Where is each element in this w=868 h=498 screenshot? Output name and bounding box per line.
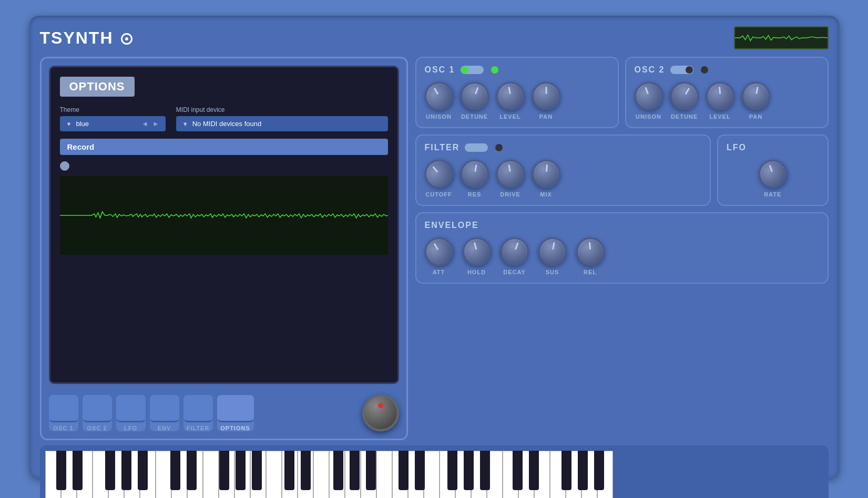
osc2-pan-knob[interactable] <box>739 80 772 113</box>
white-key[interactable] <box>266 451 282 498</box>
black-key[interactable] <box>366 451 376 490</box>
tab-filter[interactable]: FILTER <box>183 395 213 431</box>
mix-knob[interactable] <box>530 159 561 190</box>
osc1-toggle[interactable] <box>461 66 484 74</box>
black-key[interactable] <box>350 451 360 490</box>
drive-knob[interactable] <box>494 158 527 191</box>
right-panels: OSC 1 UNISON DETUNE <box>415 57 829 440</box>
tab-env[interactable]: ENV <box>150 395 179 431</box>
black-key[interactable] <box>415 451 425 490</box>
filter-toggle[interactable] <box>465 143 488 152</box>
master-knob[interactable] <box>362 395 399 431</box>
app-logo: TSYNTH <box>40 28 133 48</box>
res-knob[interactable] <box>458 158 491 191</box>
tab-osc1[interactable]: OSC 1 <box>49 395 78 431</box>
left-panel: OPTIONS Theme ▼ blue ◄ ► MIDI input devi… <box>40 57 408 440</box>
black-key[interactable] <box>56 451 66 490</box>
osc1-detune-knob[interactable] <box>456 78 493 114</box>
waveform-svg <box>735 27 828 48</box>
midi-value: No MIDI devices found <box>192 120 382 128</box>
options-row: Theme ▼ blue ◄ ► MIDI input device ▼ No … <box>60 106 388 131</box>
black-key[interactable] <box>480 451 490 490</box>
white-key[interactable] <box>424 451 440 498</box>
black-key[interactable] <box>73 451 83 490</box>
black-key[interactable] <box>252 451 262 490</box>
nav-right[interactable]: ► <box>152 120 159 128</box>
record-label: Record <box>67 142 95 151</box>
osc2-level-label: LEVEL <box>709 113 730 120</box>
filter-panel: FILTER CUTOFF RES <box>415 134 711 206</box>
black-key[interactable] <box>594 451 604 490</box>
osc2-level-knob[interactable] <box>704 81 736 112</box>
hold-knob[interactable] <box>459 234 494 269</box>
osc1-detune-label: DETUNE <box>461 113 488 120</box>
cutoff-knob[interactable] <box>418 154 458 194</box>
black-key[interactable] <box>138 451 148 490</box>
black-key[interactable] <box>464 451 474 490</box>
osc2-toggle[interactable] <box>670 66 693 74</box>
record-bar[interactable]: Record <box>60 139 388 155</box>
theme-select[interactable]: ▼ blue ◄ ► <box>60 116 166 131</box>
black-key[interactable] <box>187 451 197 490</box>
att-knob[interactable] <box>420 232 458 271</box>
black-key[interactable] <box>284 451 294 490</box>
tab-osc1-label: OSC 1 <box>53 425 73 431</box>
black-key[interactable] <box>447 451 457 490</box>
black-key[interactable] <box>301 451 311 490</box>
lfo-header: LFO <box>727 143 819 152</box>
osc1-active-led <box>491 66 498 74</box>
black-key[interactable] <box>121 451 131 490</box>
black-key[interactable] <box>513 451 523 490</box>
osc2-unison-label: UNISON <box>636 113 661 120</box>
black-key[interactable] <box>170 451 180 490</box>
white-key[interactable] <box>203 451 219 498</box>
tab-options[interactable]: OPTIONS <box>217 395 254 431</box>
osc-row: OSC 1 UNISON DETUNE <box>415 57 829 128</box>
osc2-detune-knob[interactable] <box>665 77 704 116</box>
black-key[interactable] <box>105 451 115 490</box>
osc2-unison-knob[interactable] <box>630 78 667 114</box>
black-key[interactable] <box>529 451 539 490</box>
tab-buttons: OSC 1 OSC 2 LFO ENV <box>49 395 254 431</box>
black-key[interactable] <box>561 451 571 490</box>
black-key[interactable] <box>333 451 343 490</box>
rate-knob[interactable] <box>754 155 791 192</box>
osc2-knob-detune: DETUNE <box>670 82 699 120</box>
tab-lfo[interactable]: LFO <box>116 395 146 431</box>
midi-select[interactable]: ▼ No MIDI devices found <box>176 116 388 131</box>
decay-knob[interactable] <box>496 233 533 269</box>
osc2-header: OSC 2 <box>635 65 819 75</box>
screen-area: OPTIONS Theme ▼ blue ◄ ► MIDI input devi… <box>49 66 399 384</box>
sus-knob[interactable] <box>536 235 569 268</box>
env-knob-rel: REL <box>576 237 605 275</box>
mix-label: MIX <box>540 191 552 198</box>
black-key[interactable] <box>399 451 409 490</box>
osc2-knob-unison: UNISON <box>635 82 663 120</box>
nav-left[interactable]: ◄ <box>141 120 148 128</box>
white-key[interactable] <box>313 451 329 498</box>
rate-label: RATE <box>764 191 781 198</box>
osc1-level-knob[interactable] <box>494 80 527 113</box>
black-key[interactable] <box>236 451 246 490</box>
black-key[interactable] <box>578 451 588 490</box>
record-indicator <box>60 161 69 171</box>
osc1-pan-knob[interactable] <box>532 82 560 110</box>
env-knob-att: ATT <box>425 237 453 275</box>
white-key[interactable] <box>156 451 171 498</box>
main-layout: OPTIONS Theme ▼ blue ◄ ► MIDI input devi… <box>40 57 829 440</box>
osc2-knob-level: LEVEL <box>706 82 734 120</box>
filter-header: FILTER <box>425 143 702 152</box>
rel-knob[interactable] <box>575 236 606 267</box>
white-key[interactable] <box>376 451 392 498</box>
tab-filter-label: FILTER <box>187 425 210 431</box>
midi-label: MIDI input device <box>176 106 388 113</box>
header: TSYNTH <box>40 26 829 49</box>
lfo-knobs: RATE <box>727 160 819 198</box>
header-waveform <box>734 26 829 49</box>
keyboard <box>45 451 823 498</box>
black-key[interactable] <box>219 451 229 490</box>
filter-knob-res: RES <box>461 160 489 198</box>
osc1-unison-knob[interactable] <box>420 77 458 116</box>
tab-osc2[interactable]: OSC 2 <box>83 395 112 431</box>
lfo-knob-rate: RATE <box>759 160 787 198</box>
